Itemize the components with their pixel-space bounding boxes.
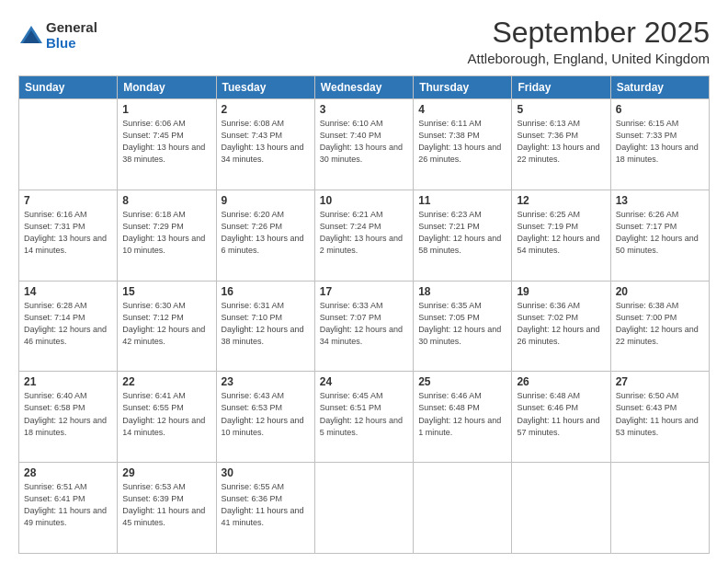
day-number: 26 bbox=[517, 375, 605, 388]
day-info: Sunrise: 6:36 AM Sunset: 7:02 PM Dayligh… bbox=[517, 300, 605, 348]
table-row: 7Sunrise: 6:16 AM Sunset: 7:31 PM Daylig… bbox=[19, 190, 118, 281]
day-number: 19 bbox=[517, 285, 605, 298]
day-info: Sunrise: 6:55 AM Sunset: 6:36 PM Dayligh… bbox=[222, 481, 310, 529]
table-row: 26Sunrise: 6:48 AM Sunset: 6:46 PM Dayli… bbox=[512, 372, 610, 463]
table-row: 9Sunrise: 6:20 AM Sunset: 7:26 PM Daylig… bbox=[216, 190, 314, 281]
day-number: 3 bbox=[320, 103, 408, 116]
day-number: 13 bbox=[616, 194, 704, 207]
day-number: 22 bbox=[122, 375, 210, 388]
table-row: 13Sunrise: 6:26 AM Sunset: 7:17 PM Dayli… bbox=[610, 190, 709, 281]
day-info: Sunrise: 6:18 AM Sunset: 7:29 PM Dayligh… bbox=[122, 209, 210, 257]
day-info: Sunrise: 6:48 AM Sunset: 6:46 PM Dayligh… bbox=[517, 390, 605, 438]
day-number: 14 bbox=[24, 285, 112, 298]
day-info: Sunrise: 6:50 AM Sunset: 6:43 PM Dayligh… bbox=[616, 390, 704, 438]
logo-icon bbox=[18, 23, 44, 49]
day-info: Sunrise: 6:31 AM Sunset: 7:10 PM Dayligh… bbox=[222, 300, 310, 348]
header-saturday: Saturday bbox=[610, 76, 709, 99]
day-info: Sunrise: 6:35 AM Sunset: 7:05 PM Dayligh… bbox=[418, 300, 506, 348]
day-number: 21 bbox=[24, 375, 112, 388]
table-row: 22Sunrise: 6:41 AM Sunset: 6:55 PM Dayli… bbox=[118, 372, 216, 463]
table-row: 19Sunrise: 6:36 AM Sunset: 7:02 PM Dayli… bbox=[512, 281, 610, 372]
table-row: 3Sunrise: 6:10 AM Sunset: 7:40 PM Daylig… bbox=[314, 99, 413, 190]
calendar-week-row: 7Sunrise: 6:16 AM Sunset: 7:31 PM Daylig… bbox=[19, 190, 710, 281]
day-info: Sunrise: 6:28 AM Sunset: 7:14 PM Dayligh… bbox=[24, 300, 112, 348]
table-row: 16Sunrise: 6:31 AM Sunset: 7:10 PM Dayli… bbox=[216, 281, 314, 372]
day-info: Sunrise: 6:26 AM Sunset: 7:17 PM Dayligh… bbox=[616, 209, 704, 257]
header-monday: Monday bbox=[118, 76, 216, 99]
table-row: 12Sunrise: 6:25 AM Sunset: 7:19 PM Dayli… bbox=[512, 190, 610, 281]
day-info: Sunrise: 6:45 AM Sunset: 6:51 PM Dayligh… bbox=[320, 390, 408, 438]
table-row: 6Sunrise: 6:15 AM Sunset: 7:33 PM Daylig… bbox=[610, 99, 709, 190]
logo-text: General Blue bbox=[46, 20, 97, 51]
table-row bbox=[19, 99, 118, 190]
day-number: 15 bbox=[122, 285, 210, 298]
table-row bbox=[512, 463, 610, 554]
day-number: 27 bbox=[616, 375, 704, 388]
table-row: 30Sunrise: 6:55 AM Sunset: 6:36 PM Dayli… bbox=[216, 463, 314, 554]
table-row: 27Sunrise: 6:50 AM Sunset: 6:43 PM Dayli… bbox=[610, 372, 709, 463]
day-number: 23 bbox=[222, 375, 310, 388]
title-block: September 2025 Attleborough, England, Un… bbox=[467, 17, 710, 66]
day-number: 18 bbox=[418, 285, 506, 298]
day-info: Sunrise: 6:13 AM Sunset: 7:36 PM Dayligh… bbox=[517, 118, 605, 166]
table-row: 29Sunrise: 6:53 AM Sunset: 6:39 PM Dayli… bbox=[118, 463, 216, 554]
table-row: 17Sunrise: 6:33 AM Sunset: 7:07 PM Dayli… bbox=[314, 281, 413, 372]
day-info: Sunrise: 6:33 AM Sunset: 7:07 PM Dayligh… bbox=[320, 300, 408, 348]
day-number: 1 bbox=[122, 103, 210, 116]
day-info: Sunrise: 6:23 AM Sunset: 7:21 PM Dayligh… bbox=[418, 209, 506, 257]
day-info: Sunrise: 6:10 AM Sunset: 7:40 PM Dayligh… bbox=[320, 118, 408, 166]
day-number: 8 bbox=[122, 194, 210, 207]
day-info: Sunrise: 6:43 AM Sunset: 6:53 PM Dayligh… bbox=[222, 390, 310, 438]
table-row: 5Sunrise: 6:13 AM Sunset: 7:36 PM Daylig… bbox=[512, 99, 610, 190]
month-title: September 2025 bbox=[467, 17, 710, 49]
table-row: 2Sunrise: 6:08 AM Sunset: 7:43 PM Daylig… bbox=[216, 99, 314, 190]
day-number: 7 bbox=[24, 194, 112, 207]
day-info: Sunrise: 6:25 AM Sunset: 7:19 PM Dayligh… bbox=[517, 209, 605, 257]
day-number: 20 bbox=[616, 285, 704, 298]
day-number: 30 bbox=[222, 466, 310, 479]
day-info: Sunrise: 6:41 AM Sunset: 6:55 PM Dayligh… bbox=[122, 390, 210, 438]
day-number: 17 bbox=[320, 285, 408, 298]
day-info: Sunrise: 6:30 AM Sunset: 7:12 PM Dayligh… bbox=[122, 300, 210, 348]
calendar-week-row: 21Sunrise: 6:40 AM Sunset: 6:58 PM Dayli… bbox=[19, 372, 710, 463]
header-wednesday: Wednesday bbox=[314, 76, 413, 99]
day-number: 2 bbox=[222, 103, 310, 116]
logo: General Blue bbox=[18, 20, 97, 51]
table-row: 25Sunrise: 6:46 AM Sunset: 6:48 PM Dayli… bbox=[414, 372, 512, 463]
day-number: 12 bbox=[517, 194, 605, 207]
table-row bbox=[314, 463, 413, 554]
day-info: Sunrise: 6:40 AM Sunset: 6:58 PM Dayligh… bbox=[24, 390, 112, 438]
table-row: 14Sunrise: 6:28 AM Sunset: 7:14 PM Dayli… bbox=[19, 281, 118, 372]
header: General Blue September 2025 Attleborough… bbox=[18, 17, 710, 66]
day-info: Sunrise: 6:16 AM Sunset: 7:31 PM Dayligh… bbox=[24, 209, 112, 257]
day-info: Sunrise: 6:51 AM Sunset: 6:41 PM Dayligh… bbox=[24, 481, 112, 529]
calendar-week-row: 14Sunrise: 6:28 AM Sunset: 7:14 PM Dayli… bbox=[19, 281, 710, 372]
day-info: Sunrise: 6:38 AM Sunset: 7:00 PM Dayligh… bbox=[616, 300, 704, 348]
calendar-header-row: Sunday Monday Tuesday Wednesday Thursday… bbox=[19, 76, 710, 99]
day-number: 4 bbox=[418, 103, 506, 116]
day-info: Sunrise: 6:20 AM Sunset: 7:26 PM Dayligh… bbox=[222, 209, 310, 257]
table-row: 10Sunrise: 6:21 AM Sunset: 7:24 PM Dayli… bbox=[314, 190, 413, 281]
header-thursday: Thursday bbox=[414, 76, 512, 99]
table-row: 8Sunrise: 6:18 AM Sunset: 7:29 PM Daylig… bbox=[118, 190, 216, 281]
day-info: Sunrise: 6:53 AM Sunset: 6:39 PM Dayligh… bbox=[122, 481, 210, 529]
table-row: 4Sunrise: 6:11 AM Sunset: 7:38 PM Daylig… bbox=[414, 99, 512, 190]
table-row: 24Sunrise: 6:45 AM Sunset: 6:51 PM Dayli… bbox=[314, 372, 413, 463]
table-row bbox=[414, 463, 512, 554]
day-number: 28 bbox=[24, 466, 112, 479]
day-number: 29 bbox=[122, 466, 210, 479]
day-info: Sunrise: 6:15 AM Sunset: 7:33 PM Dayligh… bbox=[616, 118, 704, 166]
page: General Blue September 2025 Attleborough… bbox=[0, 0, 728, 563]
table-row: 21Sunrise: 6:40 AM Sunset: 6:58 PM Dayli… bbox=[19, 372, 118, 463]
table-row: 11Sunrise: 6:23 AM Sunset: 7:21 PM Dayli… bbox=[414, 190, 512, 281]
day-info: Sunrise: 6:11 AM Sunset: 7:38 PM Dayligh… bbox=[418, 118, 506, 166]
day-number: 24 bbox=[320, 375, 408, 388]
location: Attleborough, England, United Kingdom bbox=[467, 51, 710, 66]
header-tuesday: Tuesday bbox=[216, 76, 314, 99]
table-row: 1Sunrise: 6:06 AM Sunset: 7:45 PM Daylig… bbox=[118, 99, 216, 190]
table-row bbox=[610, 463, 709, 554]
logo-blue: Blue bbox=[46, 36, 97, 52]
calendar: Sunday Monday Tuesday Wednesday Thursday… bbox=[18, 75, 710, 554]
table-row: 23Sunrise: 6:43 AM Sunset: 6:53 PM Dayli… bbox=[216, 372, 314, 463]
day-info: Sunrise: 6:46 AM Sunset: 6:48 PM Dayligh… bbox=[418, 390, 506, 438]
